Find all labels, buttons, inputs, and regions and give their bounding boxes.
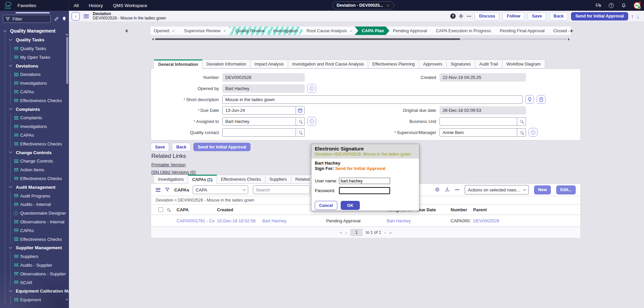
chat-icon[interactable] — [596, 3, 601, 8]
assigned-to-preview-button[interactable] — [307, 117, 316, 126]
short-description-field[interactable]: Mouse in the ladies gown — [222, 95, 523, 104]
stepper-scroll-left-icon[interactable] — [123, 29, 127, 33]
sidebar-scroll-down[interactable] — [66, 299, 68, 302]
send-for-initial-approval-button[interactable]: Send for Initial Approval — [571, 12, 628, 20]
sidebar-nav-entry[interactable]: Deviations — [0, 61, 69, 70]
sidebar-filter-input[interactable] — [12, 16, 45, 21]
sidebar-nav-entry[interactable]: SCAR — [0, 278, 69, 287]
form-tab[interactable]: Signatures — [447, 59, 475, 69]
back-form-button[interactable]: Back — [549, 12, 568, 20]
ai-sparkle-icon[interactable] — [459, 14, 463, 18]
business-unit-field[interactable] — [440, 117, 517, 126]
export-icon[interactable] — [445, 187, 450, 193]
sidebar-nav-entry[interactable]: Audits - Supplier — [0, 261, 69, 270]
table-cell[interactable]: CAPA0001791 - Calibrate the Machine & Co… — [174, 218, 214, 223]
list-search-column-select[interactable]: CAPA — [193, 185, 248, 194]
favorite-star-icon[interactable]: ☆ — [386, 3, 390, 8]
user-avatar[interactable]: BH — [634, 2, 641, 9]
scrollbar-track[interactable] — [155, 38, 567, 40]
sidebar-nav-entry[interactable]: Equipment — [0, 296, 69, 304]
sidebar-nav-entry[interactable]: Audit Programs — [0, 191, 69, 200]
sidebar-nav-entry[interactable]: Audits - Internal — [0, 200, 69, 209]
column-header[interactable]: Number — [448, 207, 470, 212]
number-field[interactable]: DEV0002528 — [222, 73, 305, 82]
sidebar-nav-entry[interactable]: Suppliers — [0, 252, 69, 261]
sidebar-scroll-up[interactable] — [66, 32, 68, 35]
sidebar-nav-entry[interactable]: Effectiveness Checks — [0, 139, 69, 148]
assigned-to-lookup-button[interactable] — [296, 117, 305, 126]
supervisor-manager-preview-button[interactable] — [529, 128, 537, 137]
column-header[interactable]: Parent — [470, 207, 489, 212]
related-list-tab[interactable]: CAPAs (1) — [188, 175, 217, 184]
edit-menu-icon[interactable] — [54, 16, 59, 21]
form-tab[interactable]: Effectiveness Planning — [368, 59, 419, 69]
related-link[interactable]: Printable Version — [151, 162, 196, 167]
assigned-to-field[interactable]: Bart Hachey — [222, 117, 296, 126]
sidebar-filter-box[interactable] — [3, 15, 51, 23]
sidebar-nav-entry[interactable]: Observations - Supplier — [0, 269, 69, 278]
related-link[interactable]: [SN Utils] Versions (0) — [151, 170, 196, 175]
previous-record-icon[interactable]: ↑ — [631, 13, 634, 19]
username-input[interactable] — [339, 178, 390, 184]
form-tab[interactable]: General Information — [154, 59, 202, 69]
previous-page-icon[interactable]: ‹ — [346, 230, 347, 235]
table-cell[interactable]: Bart Hachey — [260, 218, 324, 223]
scrollbar-right-arrow[interactable] — [568, 38, 571, 41]
tab-favorites[interactable]: Favorites — [17, 3, 36, 8]
sidebar-nav-entry[interactable]: CAPAs — [0, 88, 69, 96]
form-tab[interactable]: Impact Analysis — [251, 59, 288, 69]
next-page-icon[interactable]: › — [384, 230, 386, 235]
original-due-date-field[interactable]: 26-Dec-18 02:09:53 — [440, 106, 526, 115]
pin-menu-icon[interactable] — [62, 16, 66, 21]
actions-on-rows-select[interactable]: Actions on selected rows... — [465, 185, 529, 194]
sidebar-scrollbar[interactable] — [66, 37, 68, 84]
sidebar-nav-entry[interactable]: Observations - Internal — [0, 218, 69, 226]
list-menu-icon[interactable] — [156, 188, 160, 192]
knowledge-book-button[interactable] — [537, 95, 545, 104]
form-tab[interactable]: Investigation and Root Cause Analysis — [288, 59, 368, 69]
supervisor-manager-field[interactable]: Annie Bein — [440, 128, 517, 137]
scrollbar-left-arrow[interactable] — [151, 38, 154, 41]
current-page-input[interactable]: 1 — [350, 229, 363, 236]
calendar-icon[interactable] — [296, 106, 305, 115]
more-actions-icon[interactable]: ⋯ — [466, 13, 471, 19]
follow-button[interactable]: Follow — [502, 12, 525, 20]
business-unit-lookup-button[interactable] — [517, 117, 526, 126]
save-button[interactable]: Save — [528, 12, 546, 20]
scrollbar-thumb[interactable] — [155, 38, 460, 40]
app-logo[interactable]: Quality Forward — [3, 1, 13, 10]
first-page-icon[interactable]: « — [340, 230, 342, 235]
sidebar-nav-entry[interactable]: Investigations — [0, 122, 69, 131]
sidebar-nav-entry[interactable]: Complaints — [0, 105, 69, 114]
save-footer-button[interactable]: Save — [151, 143, 169, 151]
context-record-pill[interactable]: Deviation - DEV00025... ☆ — [332, 1, 394, 9]
supervisor-manager-lookup-button[interactable] — [517, 128, 526, 137]
sidebar-nav-entry[interactable]: Complaints — [0, 114, 69, 122]
table-cell[interactable] — [414, 218, 448, 223]
table-cell[interactable]: DEV0002528 — [470, 218, 502, 223]
ok-button[interactable]: OK — [341, 201, 360, 210]
sidebar-nav-entry[interactable]: Audit Management — [0, 183, 69, 191]
help-icon[interactable]: ? — [609, 3, 614, 8]
sidebar-nav-entry[interactable]: Quality Tasks — [0, 36, 69, 44]
opened-by-preview-button[interactable] — [307, 84, 316, 93]
column-header[interactable]: Due Date — [414, 207, 448, 212]
form-tab[interactable]: Deviation Information — [202, 59, 251, 69]
password-input[interactable] — [339, 187, 390, 194]
related-list-tab[interactable]: Suppliers — [265, 175, 291, 184]
quality-contact-field[interactable] — [222, 128, 296, 137]
table-cell[interactable]: Pending Approval — [324, 218, 384, 223]
cancel-button[interactable]: Cancel — [315, 201, 337, 210]
sidebar-nav-entry[interactable]: CAPAs — [0, 226, 69, 235]
sidebar-nav-entry[interactable]: Quality Management — [0, 27, 69, 36]
form-tab[interactable]: Approvers — [419, 59, 447, 69]
discuss-button[interactable]: Discuss — [475, 12, 499, 20]
suggestion-bulb-button[interactable] — [525, 95, 534, 104]
sidebar-nav-entry[interactable]: Quality Tasks — [0, 44, 69, 53]
sidebar-nav-entry[interactable]: My Open Tasks — [0, 53, 69, 61]
created-field[interactable]: 22-Nov-19 04:25:25 — [440, 73, 526, 82]
sidebar-nav-entry[interactable]: Investigations — [0, 79, 69, 88]
new-button[interactable]: New — [534, 185, 551, 194]
sidebar-nav-entry[interactable]: Action Items — [0, 166, 69, 174]
next-record-icon[interactable]: ↓ — [637, 13, 640, 19]
